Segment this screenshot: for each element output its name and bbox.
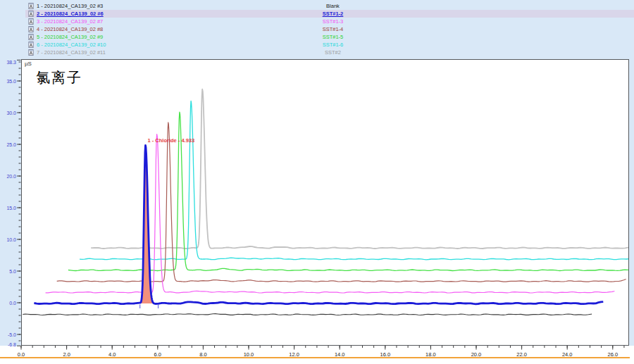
bottom-accent-line: [0, 357, 630, 358]
injection-name: 2 - 20210824_CA139_02 #6: [37, 10, 104, 18]
y-tick-label: 38.3: [6, 60, 16, 65]
legend-row-7[interactable]: 7 - 20210824_CA139_02 #11SST#2: [0, 49, 634, 56]
right-gutter: [629, 59, 634, 346]
peak-annotation-label: 1 - Chloride - 4.933: [147, 137, 194, 144]
injection-name: 3 - 20210824_CA139_02 #7: [37, 18, 103, 25]
injection-icon: [28, 3, 34, 9]
injection-icon: [28, 26, 34, 32]
chromatogram-SST#1-4: [57, 123, 626, 282]
sample-name: Blank: [292, 2, 373, 10]
sample-name: SST#2: [292, 49, 373, 56]
sample-name: SST#1-6: [292, 41, 373, 49]
legend-row-6[interactable]: 6 - 20210824_CA139_02 #10SST#1-6: [0, 41, 634, 49]
injection-name: 4 - 20210824_CA139_02 #8: [37, 25, 103, 33]
x-axis: 0.02.04.06.08.010.012.014.016.018.020.02…: [0, 346, 634, 364]
y-tick-label: 5.0: [9, 269, 16, 274]
y-tick-label: 10.0: [6, 237, 16, 242]
legend-row-4[interactable]: 4 - 20210824_CA139_02 #8SST#1-4: [0, 25, 634, 33]
y-tick-label: 0.0: [9, 301, 16, 306]
y-axis: 38.335.030.025.020.015.010.05.00.0-5.0-6…: [0, 59, 21, 347]
sample-name: SST#1-4: [292, 25, 373, 33]
chromatogram-SST#1-5: [68, 112, 628, 270]
chromatogram-SST#1-6: [80, 101, 628, 259]
legend-row-5[interactable]: 5 - 20210824_CA139_02 #9SST#1-5: [0, 33, 634, 41]
injection-icon: [28, 42, 34, 48]
injection-icon: [28, 49, 34, 56]
plot-title: 氯离子: [36, 68, 82, 87]
y-tick-label: 15.0: [6, 206, 16, 211]
injection-name: 6 - 20210824_CA139_02 #10: [37, 41, 106, 49]
sample-name: SST#1-3: [292, 18, 373, 25]
legend-row-3[interactable]: 3 - 20210824_CA139_02 #7SST#1-3: [0, 18, 634, 25]
injection-name: 1 - 20210824_CA139_02 #3: [37, 2, 103, 10]
y-tick-label: 35.0: [6, 79, 16, 84]
injection-icon: [28, 18, 34, 25]
chromatogram-curves: [22, 60, 628, 345]
chromatogram-SST#1-3: [46, 134, 615, 294]
y-axis-unit-label: µS: [25, 61, 32, 67]
y-tick-label: 25.0: [6, 142, 16, 147]
chromatogram-SST#1-2: [34, 145, 603, 303]
injection-icon: [28, 34, 34, 40]
sample-name: SST#1-2: [292, 10, 373, 18]
injection-legend: 1 - 20210824_CA139_02 #3Blank2 - 2021082…: [0, 2, 634, 58]
chromatogram-Blank: [23, 314, 592, 315]
sample-name: SST#1-5: [292, 33, 373, 41]
legend-row-1[interactable]: 1 - 20210824_CA139_02 #3Blank: [0, 2, 634, 10]
injection-name: 7 - 20210824_CA139_02 #11: [37, 49, 106, 56]
y-tick-label: 20.0: [6, 174, 16, 179]
y-tick-label: -5.0: [8, 332, 16, 337]
injection-name: 5 - 20210824_CA139_02 #9: [37, 33, 103, 41]
legend-row-2[interactable]: 2 - 20210824_CA139_02 #6SST#1-2: [0, 10, 634, 18]
chromatogram-plot-area[interactable]: µS 氯离子 1 - Chloride - 4.933: [21, 59, 629, 346]
y-tick-label: 30.0: [6, 111, 16, 115]
injection-icon: [28, 11, 34, 17]
